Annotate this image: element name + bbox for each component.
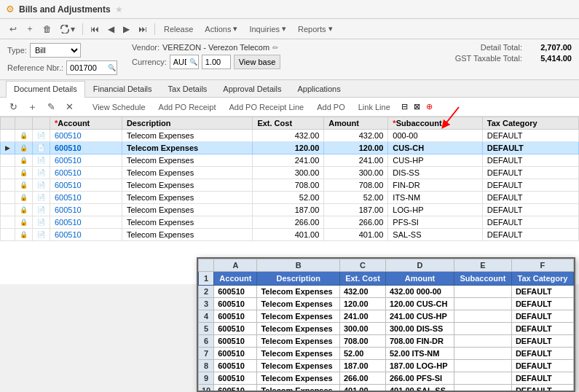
row-account[interactable]: 600510 bbox=[50, 142, 122, 154]
excel-cell[interactable] bbox=[454, 372, 512, 385]
table-row[interactable]: 🔒📄600510Telecom Expenses401.00401.00SAL-… bbox=[1, 229, 579, 241]
row-account[interactable]: 600510 bbox=[50, 130, 122, 142]
reports-menu[interactable]: Reports ▾ bbox=[293, 21, 338, 37]
excel-cell[interactable]: 600510 bbox=[214, 372, 257, 385]
last-button[interactable]: ⏭ bbox=[135, 21, 151, 37]
tab-document-details[interactable]: Document Details bbox=[6, 81, 85, 98]
excel-cell[interactable]: DEFAULT bbox=[511, 323, 573, 335]
view-schedule-button[interactable]: View Schedule bbox=[87, 100, 151, 114]
excel-cell[interactable]: Telecom Expenses bbox=[257, 360, 339, 372]
link-line-button[interactable]: Link Line bbox=[353, 100, 395, 114]
excel-cell[interactable]: Telecom Expenses bbox=[257, 372, 339, 385]
excel-cell[interactable]: 187.00 LOG-HP bbox=[386, 360, 454, 372]
excel-cell[interactable]: 241.00 bbox=[339, 310, 385, 323]
grid-icon-3[interactable]: ⊕ bbox=[426, 102, 433, 111]
excel-cell[interactable]: 600510 bbox=[214, 348, 257, 360]
excel-cell[interactable]: 266.00 PFS-SI bbox=[386, 372, 454, 385]
actions-menu[interactable]: Actions ▾ bbox=[200, 21, 243, 37]
excel-cell[interactable]: Telecom Expenses bbox=[257, 323, 339, 335]
excel-cell[interactable]: Telecom Expenses bbox=[257, 286, 339, 298]
table-row[interactable]: 🔒📄600510Telecom Expenses241.00241.00CUS-… bbox=[1, 154, 579, 167]
excel-cell[interactable]: 300.00 bbox=[339, 323, 385, 335]
excel-cell[interactable] bbox=[454, 335, 512, 348]
grid-add-button[interactable]: ＋ bbox=[24, 100, 41, 114]
excel-cell[interactable]: 120.00 bbox=[339, 298, 385, 310]
excel-cell[interactable]: 600510 bbox=[214, 385, 257, 393]
excel-cell[interactable]: Telecom Expenses bbox=[257, 298, 339, 310]
row-account[interactable]: 600510 bbox=[50, 154, 122, 167]
excel-cell[interactable]: 120.00 CUS-CH bbox=[386, 298, 454, 310]
row-subaccount[interactable]: ITS-NM bbox=[388, 192, 482, 204]
excel-cell[interactable]: Telecom Expenses bbox=[257, 310, 339, 323]
excel-cell[interactable] bbox=[454, 348, 512, 360]
excel-cell[interactable] bbox=[454, 323, 512, 335]
grid-icon-1[interactable]: ⊟ bbox=[401, 102, 408, 111]
excel-cell[interactable]: DEFAULT bbox=[511, 286, 573, 298]
tab-approval-details[interactable]: Approval Details bbox=[215, 81, 289, 98]
row-subaccount[interactable]: DIS-SS bbox=[388, 167, 482, 179]
excel-cell[interactable]: 708.00 FIN-DR bbox=[386, 335, 454, 348]
tab-financial-details[interactable]: Financial Details bbox=[85, 81, 160, 98]
excel-cell[interactable]: 708.00 bbox=[339, 335, 385, 348]
favorite-icon[interactable]: ★ bbox=[115, 4, 123, 15]
row-account[interactable]: 600510 bbox=[50, 204, 122, 216]
excel-cell[interactable]: DEFAULT bbox=[511, 385, 573, 393]
row-subaccount[interactable]: FIN-DR bbox=[388, 179, 482, 192]
row-account[interactable]: 600510 bbox=[50, 167, 122, 179]
excel-cell[interactable] bbox=[454, 298, 512, 310]
delete-button[interactable]: 🗑 bbox=[39, 21, 55, 37]
excel-cell[interactable]: DEFAULT bbox=[511, 348, 573, 360]
next-button[interactable]: ▶ bbox=[119, 21, 133, 37]
excel-cell[interactable]: 600510 bbox=[214, 310, 257, 323]
table-row[interactable]: 🔒📄600510Telecom Expenses266.00266.00PFS-… bbox=[1, 216, 579, 229]
excel-cell[interactable]: DEFAULT bbox=[511, 310, 573, 323]
excel-cell[interactable]: 600510 bbox=[214, 286, 257, 298]
excel-cell[interactable]: 241.00 CUS-HP bbox=[386, 310, 454, 323]
refresh-button[interactable]: ▾ bbox=[57, 21, 79, 37]
table-row[interactable]: 🔒📄600510Telecom Expenses52.0052.00ITS-NM… bbox=[1, 192, 579, 204]
grid-icon-2[interactable]: ⊠ bbox=[414, 102, 420, 111]
excel-cell[interactable]: Telecom Expenses bbox=[257, 385, 339, 393]
excel-cell[interactable]: 187.00 bbox=[339, 360, 385, 372]
table-row[interactable]: ▶🔒📄600510Telecom Expenses120.00120.00CUS… bbox=[1, 142, 579, 154]
excel-cell[interactable] bbox=[454, 310, 512, 323]
excel-cell[interactable]: 266.00 bbox=[339, 372, 385, 385]
excel-cell[interactable]: Telecom Expenses bbox=[257, 335, 339, 348]
tab-tax-details[interactable]: Tax Details bbox=[160, 81, 216, 98]
excel-cell[interactable] bbox=[454, 360, 512, 372]
prev-button[interactable]: ◀ bbox=[104, 21, 118, 37]
excel-cell[interactable] bbox=[454, 286, 512, 298]
excel-cell[interactable]: 401.00 SAL-SS bbox=[386, 385, 454, 393]
excel-cell[interactable]: DEFAULT bbox=[511, 298, 573, 310]
type-select[interactable]: Bill bbox=[30, 43, 81, 58]
back-button[interactable]: ↩ bbox=[6, 21, 20, 37]
excel-cell[interactable]: DEFAULT bbox=[511, 360, 573, 372]
first-button[interactable]: ⏮ bbox=[87, 21, 103, 37]
table-row[interactable]: 🔒📄600510Telecom Expenses432.00432.00000-… bbox=[1, 130, 579, 142]
add-button[interactable]: ＋ bbox=[22, 21, 38, 37]
grid-refresh-button[interactable]: ↻ bbox=[6, 100, 21, 114]
vendor-edit-icon[interactable]: ✏ bbox=[272, 44, 278, 52]
view-base-button[interactable]: View base bbox=[234, 55, 281, 69]
row-account[interactable]: 600510 bbox=[50, 229, 122, 241]
excel-cell[interactable]: 600510 bbox=[214, 335, 257, 348]
excel-cell[interactable]: DEFAULT bbox=[511, 335, 573, 348]
row-account[interactable]: 600510 bbox=[50, 192, 122, 204]
add-po-receipt-line-button[interactable]: Add PO Receipt Line bbox=[224, 100, 309, 114]
excel-cell[interactable]: 52.00 bbox=[339, 348, 385, 360]
excel-cell[interactable]: 432.00 000-00 bbox=[386, 286, 454, 298]
inquiries-menu[interactable]: Inquiries ▾ bbox=[244, 21, 291, 37]
row-account[interactable]: 600510 bbox=[50, 216, 122, 229]
release-button[interactable]: Release bbox=[159, 21, 198, 37]
excel-cell[interactable]: 300.00 DIS-SS bbox=[386, 323, 454, 335]
excel-cell[interactable]: 600510 bbox=[214, 323, 257, 335]
excel-cell[interactable]: 432.00 bbox=[339, 286, 385, 298]
table-row[interactable]: 🔒📄600510Telecom Expenses187.00187.00LOG-… bbox=[1, 204, 579, 216]
row-subaccount[interactable]: CUS-HP bbox=[388, 154, 482, 167]
row-subaccount[interactable]: SAL-SS bbox=[388, 229, 482, 241]
table-row[interactable]: 🔒📄600510Telecom Expenses708.00708.00FIN-… bbox=[1, 179, 579, 192]
row-subaccount[interactable]: 000-00 bbox=[388, 130, 482, 142]
excel-cell[interactable]: 401.00 bbox=[339, 385, 385, 393]
grid-delete-button[interactable]: ✕ bbox=[62, 100, 77, 114]
grid-edit-button[interactable]: ✎ bbox=[44, 100, 59, 114]
